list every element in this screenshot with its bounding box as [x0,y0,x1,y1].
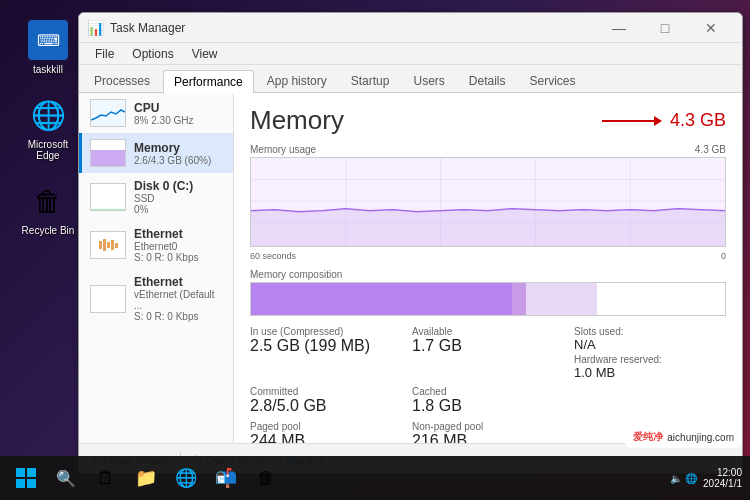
svg-rect-14 [16,479,25,488]
stat-cached: Cached 1.8 GB [412,386,564,415]
tab-performance[interactable]: Performance [163,70,254,93]
svg-rect-13 [27,468,36,477]
memory-header: Memory 4.3 GB [250,105,726,136]
stat-committed: Committed 2.8/5.0 GB [250,386,402,415]
composition-label: Memory composition [250,269,726,280]
title-bar-controls: — □ ✕ [596,13,734,43]
menu-bar: File Options View [79,43,742,65]
sidebar-item-ethernet1[interactable]: Ethernet Ethernet0 S: 0 R: 0 Kbps [79,221,233,269]
chart-usage-label: Memory usage 4.3 GB [250,144,726,155]
ethernet1-mini-chart [90,231,126,259]
desktop-icon-taskkill[interactable]: ⌨ taskkill [18,20,78,75]
title-bar-text: Task Manager [110,21,596,35]
ethernet1-info: Ethernet Ethernet0 S: 0 R: 0 Kbps [134,227,225,263]
taskbar-explorer[interactable]: 📁 [128,460,164,496]
cpu-info: CPU 8% 2.30 GHz [134,101,225,126]
maximize-button[interactable]: □ [642,13,688,43]
taskbar-recycle[interactable]: 🗑 [248,460,284,496]
svg-rect-15 [27,479,36,488]
main-content: CPU 8% 2.30 GHz Memory 2.6/4.3 GB (60%) [79,93,742,443]
taskbar: 🔍 🗒 📁 🌐 📬 🗑 🔈 🌐 12:00 2024/1/1 [0,456,750,500]
watermark: 爱纯净 aichunjing.com [625,426,742,448]
arrow-right-icon [602,111,662,131]
menu-view[interactable]: View [184,45,226,63]
search-button[interactable]: 🔍 [48,460,84,496]
stat-in-use: In use (Compressed) 2.5 GB (199 MB) [250,326,402,380]
sidebar: CPU 8% 2.30 GHz Memory 2.6/4.3 GB (60%) [79,93,234,443]
title-bar: 📊 Task Manager — □ ✕ [79,13,742,43]
menu-options[interactable]: Options [124,45,181,63]
system-tray: 🔈 🌐 [670,473,697,484]
minimize-button[interactable]: — [596,13,642,43]
svg-marker-2 [654,116,662,126]
close-button[interactable]: ✕ [688,13,734,43]
cpu-mini-chart [90,99,126,127]
tab-services[interactable]: Services [519,69,587,92]
svg-rect-12 [16,468,25,477]
disk-mini-chart [90,183,126,211]
title-bar-icon: 📊 [87,20,104,36]
tab-details[interactable]: Details [458,69,517,92]
ethernet2-mini-chart [90,285,126,313]
sidebar-item-memory[interactable]: Memory 2.6/4.3 GB (60%) [79,133,233,173]
tab-bar: Processes Performance App history Startu… [79,65,742,93]
sidebar-item-disk[interactable]: Disk 0 (C:) SSD 0% [79,173,233,221]
stat-nonpaged-pool: Non-paged pool 216 MB [412,421,564,443]
sidebar-item-ethernet2[interactable]: Ethernet vEthernet (Default ... S: 0 R: … [79,269,233,328]
stat-paged-pool: Paged pool 244 MB [250,421,402,443]
memory-total: 4.3 GB [602,110,726,131]
svg-marker-11 [251,209,725,246]
memory-usage-chart [250,157,726,247]
memory-title: Memory [250,105,344,136]
stat-empty [574,386,726,415]
menu-file[interactable]: File [87,45,122,63]
memory-composition-chart [250,282,726,316]
taskbar-mail[interactable]: 📬 [208,460,244,496]
task-manager-window: 📊 Task Manager — □ ✕ File Options View P… [78,12,743,474]
desktop-icon-edge[interactable]: 🌐 Microsoft Edge [18,95,78,161]
stat-slots-used: Slots used: N/A Hardware reserved: 1.0 M… [574,326,726,380]
sidebar-item-cpu[interactable]: CPU 8% 2.30 GHz [79,93,233,133]
taskbar-browser[interactable]: 🌐 [168,460,204,496]
desktop-icons: ⌨ taskkill 🌐 Microsoft Edge 🗑 Recycle Bi… [18,20,78,236]
taskbar-notes[interactable]: 🗒 [88,460,124,496]
taskbar-right: 🔈 🌐 12:00 2024/1/1 [670,467,742,489]
tab-app-history[interactable]: App history [256,69,338,92]
chart-bottom-labels: 60 seconds 0 [250,251,726,261]
right-content: Memory 4.3 GB Memory usage 4 [234,93,742,443]
disk-info: Disk 0 (C:) SSD 0% [134,179,225,215]
start-button[interactable] [8,460,44,496]
clock: 12:00 2024/1/1 [703,467,742,489]
stat-available: Available 1.7 GB [412,326,564,380]
memory-mini-chart [90,139,126,167]
desktop-icon-recycle[interactable]: 🗑 Recycle Bin [18,181,78,236]
memory-info: Memory 2.6/4.3 GB (60%) [134,141,225,166]
tab-users[interactable]: Users [402,69,455,92]
tab-startup[interactable]: Startup [340,69,401,92]
svg-rect-0 [91,100,125,126]
tab-processes[interactable]: Processes [83,69,161,92]
ethernet2-info: Ethernet vEthernet (Default ... S: 0 R: … [134,275,225,322]
desktop: ⌨ taskkill 🌐 Microsoft Edge 🗑 Recycle Bi… [0,0,750,500]
